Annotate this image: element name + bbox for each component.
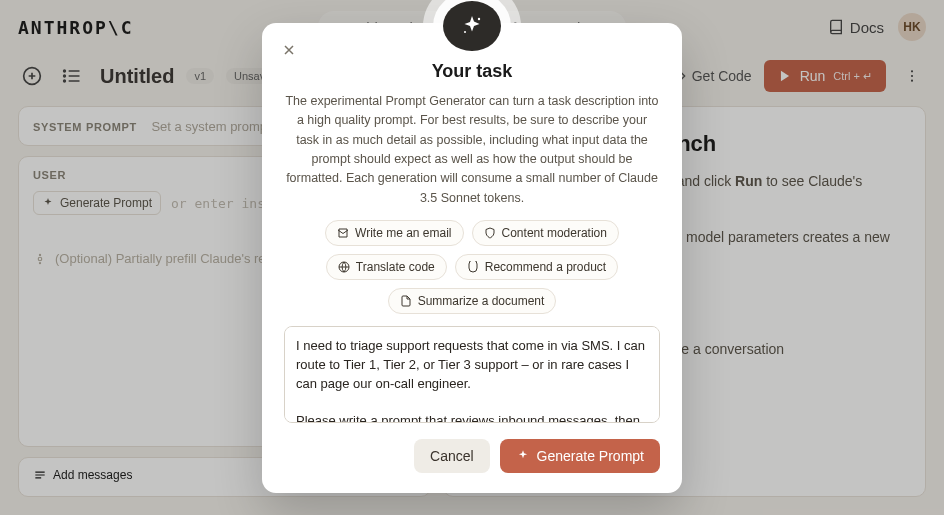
suggestion-icon [467,261,479,273]
modal-description: The experimental Prompt Generator can tu… [284,92,660,208]
task-description-input[interactable] [284,326,660,423]
suggestion-label: Content moderation [502,226,607,240]
modal-overlay: Your task The experimental Prompt Genera… [0,0,944,515]
svg-point-15 [464,31,466,33]
suggestion-icon [337,227,349,239]
suggestion-chip-summarize-document[interactable]: Summarize a document [388,288,557,314]
suggestion-icon [400,295,412,307]
suggestion-icon [484,227,496,239]
suggestion-label: Summarize a document [418,294,545,308]
sparkle-icon [460,14,484,38]
spark-badge [443,1,501,51]
modal-title: Your task [284,61,660,82]
close-icon [281,42,297,58]
suggestion-icon [338,261,350,273]
suggestion-chip-write-email[interactable]: Write me an email [325,220,463,246]
close-modal-button[interactable] [276,37,302,63]
generate-prompt-button[interactable]: Generate Prompt [500,439,660,473]
cancel-button[interactable]: Cancel [414,439,490,473]
svg-point-14 [478,17,480,19]
suggestion-chip-translate-code[interactable]: Translate code [326,254,447,280]
suggestion-chip-recommend-product[interactable]: Recommend a product [455,254,618,280]
suggestion-chip-content-moderation[interactable]: Content moderation [472,220,619,246]
prompt-generator-modal: Your task The experimental Prompt Genera… [262,23,682,493]
suggestion-label: Recommend a product [485,260,606,274]
generate-prompt-label: Generate Prompt [537,448,644,464]
sparkle-icon [516,449,530,463]
suggestion-label: Translate code [356,260,435,274]
suggestion-label: Write me an email [355,226,451,240]
suggestion-chips: Write me an emailContent moderationTrans… [284,220,660,314]
